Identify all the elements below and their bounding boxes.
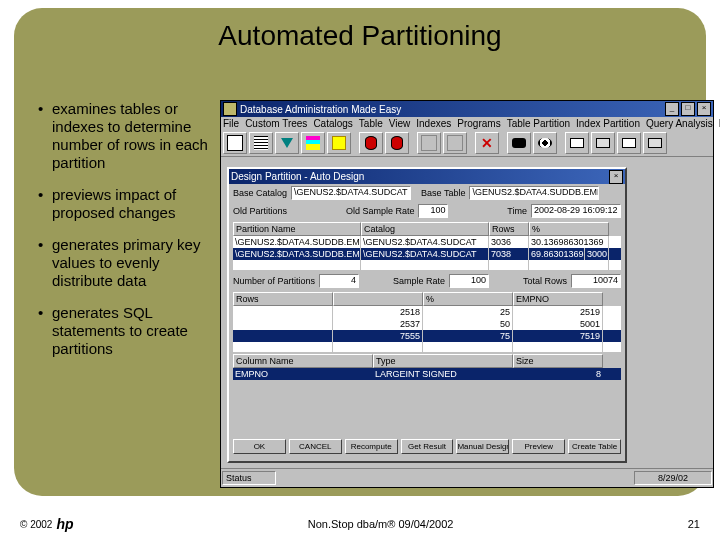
tool-opt4-icon[interactable]	[643, 132, 667, 154]
toolbar: ✕	[221, 130, 713, 157]
status-label: Status	[222, 471, 276, 485]
brand-logo: hp	[56, 516, 73, 532]
footer-center: Non.Stop dba/m® 09/04/2002	[74, 518, 688, 530]
bullet-item: examines tables or indexes to determine …	[38, 100, 212, 172]
minimize-button[interactable]: _	[665, 102, 679, 116]
table-row[interactable]: 2518252519	[233, 306, 621, 318]
status-date: 8/29/02	[634, 471, 712, 485]
table-row[interactable]: \GENUS2.$DATA3.SUDDB.EMPS \GENUS2.$DATA4…	[233, 248, 621, 260]
total-rows-value: 10074	[571, 274, 621, 288]
menu-item[interactable]: Programs	[457, 118, 500, 129]
slide-title: Automated Partitioning	[14, 20, 706, 52]
create-table-button[interactable]: Create Table	[568, 439, 621, 454]
col-size[interactable]: Size	[513, 354, 603, 368]
tool-bino-icon[interactable]	[507, 132, 531, 154]
menu-item[interactable]: Query Analysis	[646, 118, 713, 129]
table-row[interactable]: 7555757519	[233, 330, 621, 342]
num-partitions-input[interactable]: 4	[319, 274, 359, 288]
tool-doc1-icon[interactable]	[417, 132, 441, 154]
table-row-empty	[233, 260, 621, 270]
tool-db2-icon[interactable]	[385, 132, 409, 154]
time-label: Time	[507, 206, 527, 216]
table-row-empty	[233, 342, 621, 352]
col-pct[interactable]: %	[529, 222, 609, 236]
maximize-button[interactable]: □	[681, 102, 695, 116]
tool-star-icon[interactable]	[327, 132, 351, 154]
menu-item[interactable]: Custom Trees	[245, 118, 307, 129]
bullet-item: generates primary key values to evenly d…	[38, 236, 212, 290]
status-bar: Status 8/29/02	[221, 468, 713, 487]
menu-bar: File Custom Trees Catalogs Table View In…	[221, 117, 713, 130]
outer-window: Database Administration Made Easy _ □ × …	[220, 100, 714, 488]
col-pct2[interactable]: %	[423, 292, 513, 306]
menu-item[interactable]: Indexes	[416, 118, 451, 129]
old-sample-rate-input[interactable]: 100	[418, 204, 448, 218]
col-rows2[interactable]: Rows	[233, 292, 333, 306]
ok-button[interactable]: OK	[233, 439, 286, 454]
dialog-title: Design Partition - Auto Design	[231, 171, 364, 182]
table-row[interactable]: \GENUS2.$DATA4.SUDDB.EMPS \GENUS2.$DATA4…	[233, 236, 621, 248]
menu-item[interactable]: Table Partition	[507, 118, 570, 129]
col-catalog[interactable]: Catalog	[361, 222, 489, 236]
tool-db1-icon[interactable]	[359, 132, 383, 154]
menu-item[interactable]: Index Partition	[576, 118, 640, 129]
base-table-label: Base Table	[421, 188, 465, 198]
menu-item[interactable]: Catalogs	[313, 118, 352, 129]
column-table: Column Name Type Size EMPNO LARGEINT SIG…	[233, 354, 621, 380]
menu-item[interactable]: Table	[359, 118, 383, 129]
bullet-list: examines tables or indexes to determine …	[38, 100, 212, 372]
total-rows-label: Total Rows	[523, 276, 567, 286]
partition-table: Partition Name Catalog Rows % \GENUS2.$D…	[233, 222, 621, 270]
table-row[interactable]: EMPNO LARGEINT SIGNED 8	[233, 368, 621, 380]
get-result-button[interactable]: Get Result	[401, 439, 454, 454]
bullet-item: generates SQL statements to create parti…	[38, 304, 212, 358]
col-rows[interactable]: Rows	[489, 222, 529, 236]
outer-title: Database Administration Made Easy	[240, 104, 665, 115]
base-table-input[interactable]: \GENUS2.$DATA4.SUDDB.EMPS	[469, 186, 599, 200]
design-partition-dialog: Design Partition - Auto Design × Base Ca…	[227, 167, 627, 463]
tool-x-icon[interactable]: ✕	[475, 132, 499, 154]
col-partition-name[interactable]: Partition Name	[233, 222, 361, 236]
tool-triangle-icon[interactable]	[275, 132, 299, 154]
tool-opt3-icon[interactable]	[617, 132, 641, 154]
menu-item[interactable]: File	[223, 118, 239, 129]
tool-opt1-icon[interactable]	[565, 132, 589, 154]
bullet-item: previews impact of proposed changes	[38, 186, 212, 222]
distribution-table: Rows % EMPNO 2518252519 2537505001 75557…	[233, 292, 621, 352]
col-column-name[interactable]: Column Name	[233, 354, 373, 368]
tool-doc2-icon[interactable]	[443, 132, 467, 154]
slide-frame: Automated Partitioning examines tables o…	[14, 8, 706, 496]
col-empno[interactable]: EMPNO	[513, 292, 603, 306]
tool-eye-icon[interactable]	[533, 132, 557, 154]
dialog-titlebar[interactable]: Design Partition - Auto Design ×	[229, 169, 625, 184]
page-number: 21	[688, 518, 700, 530]
dialog-close-button[interactable]: ×	[609, 170, 623, 184]
menu-item[interactable]: View	[389, 118, 411, 129]
app-icon	[223, 102, 237, 116]
slide-footer: © 2002 hp Non.Stop dba/m® 09/04/2002 21	[20, 516, 700, 532]
old-partitions-label: Old Partitions	[233, 206, 287, 216]
copyright: © 2002	[20, 519, 52, 530]
preview-button[interactable]: Preview	[512, 439, 565, 454]
tool-grid-icon[interactable]	[249, 132, 273, 154]
time-value: 2002-08-29 16:09:12	[531, 204, 621, 218]
recompute-button[interactable]: Recompute	[345, 439, 398, 454]
sample-rate-input[interactable]: 100	[449, 274, 489, 288]
tool-stack-icon[interactable]	[301, 132, 325, 154]
manual-design-button[interactable]: Manual Design	[456, 439, 509, 454]
col-empty[interactable]	[333, 292, 423, 306]
old-sample-rate-label: Old Sample Rate	[346, 206, 415, 216]
dialog-button-row: OK CANCEL Recompute Get Result Manual De…	[229, 436, 625, 457]
close-button[interactable]: ×	[697, 102, 711, 116]
base-catalog-label: Base Catalog	[233, 188, 287, 198]
tool-file-icon[interactable]	[223, 132, 247, 154]
outer-titlebar[interactable]: Database Administration Made Easy _ □ ×	[221, 101, 713, 117]
tool-opt2-icon[interactable]	[591, 132, 615, 154]
cancel-button[interactable]: CANCEL	[289, 439, 342, 454]
num-partitions-label: Number of Partitions	[233, 276, 315, 286]
sample-rate-label: Sample Rate	[393, 276, 445, 286]
base-catalog-input[interactable]: \GENUS2.$DATA4.SUDCAT	[291, 186, 411, 200]
table-row[interactable]: 2537505001	[233, 318, 621, 330]
col-type[interactable]: Type	[373, 354, 513, 368]
